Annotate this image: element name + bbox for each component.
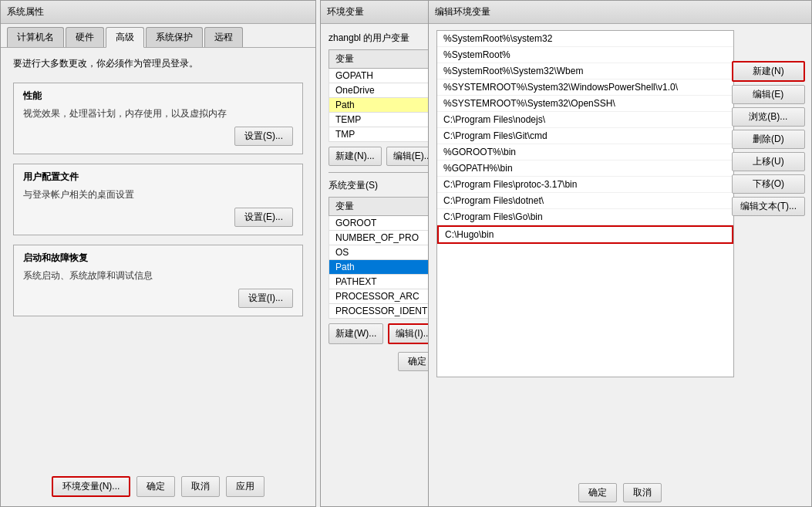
path-list-item[interactable]: C:\Program Files\nodejs\ xyxy=(437,112,733,128)
sys-props-titlebar: 系统属性 xyxy=(1,1,315,24)
path-ok-cancel: 确定 取消 xyxy=(436,483,804,502)
startup-section: 启动和故障恢复 系统启动、系统故障和调试信息 设置(I)... xyxy=(13,245,303,316)
path-list-item[interactable]: %SystemRoot% xyxy=(437,47,733,63)
path-action-btn[interactable]: 上移(U) xyxy=(732,152,805,171)
path-list-item[interactable]: %GOPATH%\bin xyxy=(437,161,733,177)
path-list-item[interactable]: C:\Program Files\protoc-3.17\bin xyxy=(437,177,733,193)
path-edit-title: 编辑环境变量 xyxy=(435,5,490,19)
sys-props-cancel-btn[interactable]: 取消 xyxy=(181,476,220,497)
path-new-btn[interactable]: 新建(N) xyxy=(732,61,805,82)
userprofile-settings-btn[interactable]: 设置(E)... xyxy=(234,208,293,227)
sys-props-content: 要进行大多数更改，你必须作为管理员登录。 性能 视觉效果，处理器计划，内存使用，… xyxy=(1,48,315,335)
sys-props-apply-btn[interactable]: 应用 xyxy=(226,476,264,497)
path-ok-btn[interactable]: 确定 xyxy=(578,483,617,502)
path-right-buttons: 新建(N)编辑(E)浏览(B)...删除(D)上移(U)下移(O)编辑文本(T)… xyxy=(732,61,805,216)
path-delete-btn[interactable]: 删除(D) xyxy=(732,130,805,149)
path-edit-window: 编辑环境变量 %SystemRoot%\system32%SystemRoot%… xyxy=(428,0,812,507)
sys-props-window: 系统属性 计算机名 硬件 高级 系统保护 远程 要进行大多数更改，你必须作为管理… xyxy=(0,0,316,507)
path-list-item[interactable]: %SYSTEMROOT%\System32\OpenSSH\ xyxy=(437,96,733,112)
tab-advanced[interactable]: 高级 xyxy=(106,27,144,48)
sys-props-ok-btn[interactable]: 确定 xyxy=(136,476,175,497)
tab-bar: 计算机名 硬件 高级 系统保护 远程 xyxy=(1,24,315,48)
performance-section: 性能 视觉效果，处理器计划，内存使用，以及虚拟内存 设置(S)... xyxy=(13,83,303,154)
path-bottom-area: 确定 取消 xyxy=(436,483,804,502)
path-list-item[interactable]: %SYSTEMROOT%\System32\WindowsPowerShell\… xyxy=(437,79,733,96)
path-edit-titlebar: 编辑环境变量 xyxy=(429,1,811,24)
admin-info-text: 要进行大多数更改，你必须作为管理员登录。 xyxy=(13,57,303,70)
startup-settings-btn[interactable]: 设置(I)... xyxy=(238,289,293,308)
sys-props-title: 系统属性 xyxy=(7,5,44,19)
env-vars-title: 环境变量 xyxy=(327,5,364,19)
path-list[interactable]: %SystemRoot%\system32%SystemRoot%%System… xyxy=(436,30,734,377)
path-action-btn[interactable]: 下移(O) xyxy=(732,174,805,194)
userprofile-section: 用户配置文件 与登录帐户相关的桌面设置 设置(E)... xyxy=(13,164,303,235)
path-action-btn[interactable]: 浏览(B)... xyxy=(732,107,805,127)
path-list-item[interactable]: C:\Program Files\Git\cmd xyxy=(437,128,733,144)
tab-system-protection[interactable]: 系统保护 xyxy=(146,27,203,47)
startup-title: 启动和故障恢复 xyxy=(23,252,293,265)
path-list-item[interactable]: %SystemRoot%\System32\Wbem xyxy=(437,63,733,79)
path-action-btn[interactable]: 编辑文本(T)... xyxy=(732,197,805,216)
sys-props-bottom-buttons: 环境变量(N)... 确定 取消 应用 xyxy=(1,476,315,497)
env-vars-btn[interactable]: 环境变量(N)... xyxy=(52,476,131,497)
userprofile-title: 用户配置文件 xyxy=(23,171,293,184)
path-list-item[interactable]: %GOROOT%\bin xyxy=(437,144,733,161)
path-list-item[interactable]: C:\Program Files\dotnet\ xyxy=(437,193,733,209)
performance-settings-btn[interactable]: 设置(S)... xyxy=(234,127,293,146)
performance-title: 性能 xyxy=(23,90,293,103)
path-cancel-btn[interactable]: 取消 xyxy=(623,483,662,502)
tab-remote[interactable]: 远程 xyxy=(204,27,243,47)
path-edit-btn[interactable]: 编辑(E) xyxy=(732,85,805,104)
path-list-item[interactable]: C:\Hugo\bin xyxy=(437,225,733,244)
tab-hardware[interactable]: 硬件 xyxy=(66,27,104,47)
sys-new-btn[interactable]: 新建(W)... xyxy=(329,323,383,344)
startup-desc: 系统启动、系统故障和调试信息 xyxy=(23,269,293,282)
path-list-item[interactable]: %SystemRoot%\system32 xyxy=(437,31,733,47)
tab-computer-name[interactable]: 计算机名 xyxy=(7,27,64,47)
performance-desc: 视觉效果，处理器计划，内存使用，以及虚拟内存 xyxy=(23,107,293,120)
userprofile-desc: 与登录帐户相关的桌面设置 xyxy=(23,188,293,201)
user-new-btn[interactable]: 新建(N)... xyxy=(329,147,382,166)
path-list-item[interactable]: C:\Program Files\Go\bin xyxy=(437,209,733,225)
